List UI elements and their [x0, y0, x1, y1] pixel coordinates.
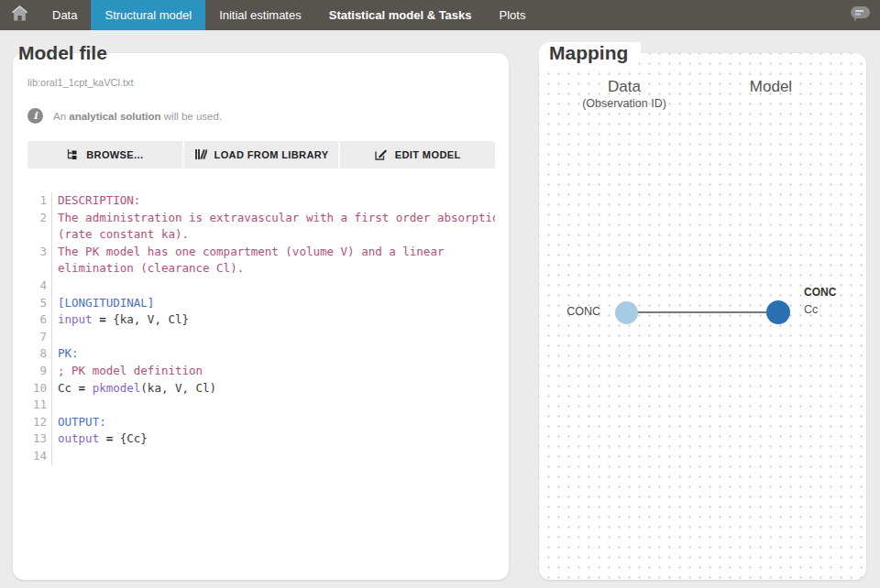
code-line-text — [51, 278, 495, 295]
model-output-name: Cc — [804, 303, 836, 316]
data-column-label: Data — [565, 78, 684, 96]
code-line: 13output = {Cc} — [28, 430, 495, 448]
model-info-row: i An analytical solution will be used. — [28, 108, 495, 124]
file-tree-icon — [66, 148, 79, 162]
mapping-model-column-header: Model — [720, 78, 821, 96]
model-file-title: Model file — [18, 42, 107, 64]
edit-model-button[interactable]: EDIT MODEL — [338, 141, 495, 169]
code-line-text: ; PK model definition — [51, 363, 495, 380]
code-line: 3The PK model has one compartment (volum… — [28, 244, 495, 261]
load-from-library-button[interactable]: LOAD FROM LIBRARY — [182, 141, 339, 169]
top-navbar: Data Structural model Initial estimates … — [0, 0, 880, 30]
library-icon — [194, 148, 207, 162]
code-line: elimination (clearance Cl). — [28, 260, 495, 278]
line-number: 4 — [28, 278, 51, 295]
analytical-solution-note: An analytical solution will be used. — [53, 111, 222, 122]
edit-model-button-label: EDIT MODEL — [395, 149, 461, 160]
model-filename: lib:oral1_1cpt_kaVCl.txt — [28, 77, 495, 88]
mapping-data-column-header: Data (Observation ID) — [565, 78, 684, 110]
browse-button[interactable]: BROWSE... — [28, 141, 182, 169]
line-number: 8 — [28, 345, 51, 363]
data-observation-label: CONC — [546, 305, 600, 318]
line-number: 11 — [28, 397, 51, 414]
code-line-text: PK: — [51, 345, 495, 363]
model-column-label: Model — [720, 78, 821, 96]
edit-pencil-icon — [375, 148, 388, 162]
data-column-sublabel: (Observation ID) — [565, 97, 684, 110]
code-line-text: input = {ka, V, Cl} — [51, 311, 495, 329]
mapping-connector-line — [626, 311, 778, 313]
code-line: 14 — [28, 448, 495, 465]
code-line-text: output = {Cc} — [51, 430, 495, 448]
tab-initial-estimates[interactable]: Initial estimates — [205, 0, 315, 30]
info-icon: i — [28, 108, 43, 124]
line-number: 1 — [28, 192, 51, 210]
code-line: 11 — [28, 397, 495, 414]
home-button[interactable] — [0, 0, 38, 30]
tab-data[interactable]: Data — [38, 0, 91, 30]
code-line-text: Cc = pkmodel(ka, V, Cl) — [51, 380, 495, 397]
browse-button-label: BROWSE... — [86, 149, 143, 160]
code-line-text: [LONGITUDINAL] — [51, 295, 495, 312]
code-line: 8PK: — [28, 345, 495, 363]
code-line-text — [51, 448, 495, 465]
mapping-panel: Mapping Data (Observation ID) Model CONC… — [539, 53, 866, 580]
code-line-text — [51, 329, 495, 346]
model-observation-name: CONC — [804, 286, 836, 299]
model-file-actions: BROWSE... LOAD FROM LIBRARY — [28, 141, 495, 169]
code-line: 2The administration is extravascular wit… — [28, 210, 495, 227]
line-number: 13 — [28, 430, 51, 448]
model-code-editor[interactable]: 1DESCRIPTION:2The administration is extr… — [28, 192, 495, 465]
code-line-text: (rate constant ka). — [51, 226, 495, 244]
code-line: 5[LONGITUDINAL] — [28, 295, 495, 312]
code-line-text — [51, 397, 495, 414]
code-line: (rate constant ka). — [28, 226, 495, 244]
line-number: 3 — [28, 244, 51, 261]
line-number: 9 — [28, 363, 51, 380]
code-line-text: The administration is extravascular with… — [51, 210, 495, 227]
code-line-text: DESCRIPTION: — [51, 192, 495, 210]
code-line: 7 — [28, 329, 495, 346]
line-number: 2 — [28, 210, 51, 227]
model-output-node[interactable] — [766, 300, 790, 324]
line-number: 12 — [28, 414, 51, 431]
navbar-spacer — [539, 0, 840, 30]
line-number: 6 — [28, 311, 51, 329]
feedback-button[interactable] — [840, 0, 880, 30]
code-line: 4 — [28, 278, 495, 295]
model-file-panel: Model file lib:oral1_1cpt_kaVCl.txt i An… — [13, 53, 509, 580]
line-number: 7 — [28, 329, 51, 346]
line-number: 10 — [28, 380, 51, 397]
model-output-labels: CONC Cc — [804, 286, 836, 316]
code-line-text: elimination (clearance Cl). — [51, 260, 495, 278]
code-line: 10Cc = pkmodel(ka, V, Cl) — [28, 380, 495, 397]
code-line: 12OUTPUT: — [28, 414, 495, 431]
line-number — [28, 226, 51, 244]
home-icon — [11, 5, 28, 25]
load-from-library-button-label: LOAD FROM LIBRARY — [214, 149, 329, 160]
line-number: 14 — [28, 448, 51, 465]
chat-bubble-icon — [850, 5, 871, 26]
mapping-title: Mapping — [539, 42, 641, 67]
code-line-text: The PK model has one compartment (volume… — [51, 244, 495, 261]
code-line: 9; PK model definition — [28, 363, 495, 380]
tab-plots[interactable]: Plots — [486, 0, 540, 30]
code-line: 6input = {ka, V, Cl} — [28, 311, 495, 329]
data-observation-node[interactable] — [615, 301, 638, 324]
tab-structural-model[interactable]: Structural model — [91, 0, 205, 30]
tab-statistical-model-tasks[interactable]: Statistical model & Tasks — [315, 0, 486, 30]
code-line-text: OUTPUT: — [51, 414, 495, 431]
code-line: 1DESCRIPTION: — [28, 192, 495, 210]
line-number — [28, 260, 51, 278]
line-number: 5 — [28, 295, 51, 312]
